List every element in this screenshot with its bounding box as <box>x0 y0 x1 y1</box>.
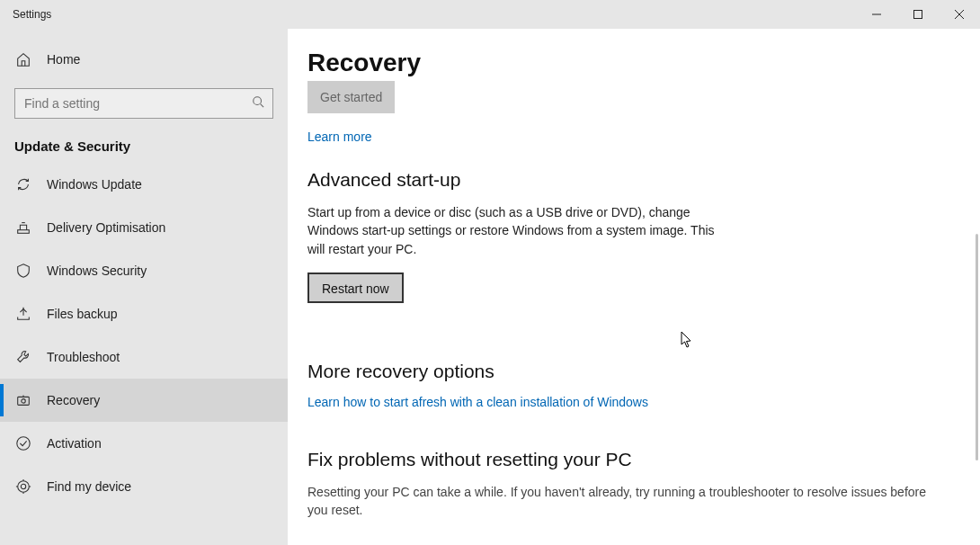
more-recovery-heading: More recovery options <box>307 361 980 382</box>
main-inner[interactable]: Recovery Get started Learn more Advanced… <box>288 29 980 545</box>
sidebar-item-label: Recovery <box>47 393 100 407</box>
settings-window: Settings Home <box>0 0 980 545</box>
get-started-button[interactable]: Get started <box>307 81 395 113</box>
fix-problems-section: Fix problems without resetting your PC R… <box>307 449 980 520</box>
nav-list: Windows UpdateDelivery OptimisationWindo… <box>0 163 288 508</box>
titlebar-buttons <box>856 0 980 29</box>
wrench-icon <box>14 348 32 366</box>
sidebar-item-label: Find my device <box>47 479 131 494</box>
sidebar-item-troubleshoot[interactable]: Troubleshoot <box>0 335 288 379</box>
scrollbar-thumb[interactable] <box>976 234 978 460</box>
body: Home Update & Security Windows UpdateDel… <box>0 29 980 545</box>
advanced-startup-heading: Advanced start-up <box>307 169 980 191</box>
sidebar-item-windows-update[interactable]: Windows Update <box>0 163 288 206</box>
svg-point-9 <box>17 437 30 450</box>
search-input[interactable] <box>14 88 273 119</box>
sidebar-home[interactable]: Home <box>0 38 288 81</box>
more-recovery-section: More recovery options Learn how to start… <box>307 361 980 409</box>
check-icon <box>14 434 32 452</box>
svg-point-8 <box>22 399 26 404</box>
minimize-button[interactable] <box>856 0 897 29</box>
home-icon <box>14 50 32 68</box>
sidebar-item-delivery-optimisation[interactable]: Delivery Optimisation <box>0 206 288 249</box>
maximize-icon <box>913 10 922 19</box>
delivery-icon <box>14 219 32 237</box>
svg-rect-6 <box>18 230 30 234</box>
close-icon <box>955 10 964 19</box>
shield-icon <box>14 262 32 280</box>
sidebar-item-recovery[interactable]: Recovery <box>0 379 288 422</box>
sidebar-item-label: Windows Update <box>47 177 142 192</box>
main: Recovery Get started Learn more Advanced… <box>288 29 980 545</box>
search-wrap <box>0 81 288 126</box>
recovery-icon <box>14 391 32 409</box>
svg-point-10 <box>21 484 25 488</box>
sidebar-item-activation[interactable]: Activation <box>0 422 288 465</box>
svg-point-11 <box>18 481 30 493</box>
close-button[interactable] <box>939 0 980 29</box>
svg-line-5 <box>261 104 264 108</box>
sync-icon <box>14 175 32 193</box>
sidebar-item-label: Delivery Optimisation <box>47 220 165 235</box>
sidebar-home-label: Home <box>47 52 80 67</box>
restart-now-button[interactable]: Restart now <box>307 272 404 303</box>
svg-rect-1 <box>914 11 922 19</box>
titlebar: Settings <box>0 0 980 29</box>
page-title: Recovery <box>307 49 980 77</box>
sidebar-item-label: Troubleshoot <box>47 350 120 364</box>
sidebar-item-label: Files backup <box>47 307 118 321</box>
sidebar-item-label: Activation <box>47 436 102 451</box>
sidebar-item-windows-security[interactable]: Windows Security <box>0 249 288 292</box>
window-title: Settings <box>13 8 51 21</box>
fix-problems-heading: Fix problems without resetting your PC <box>307 449 980 470</box>
advanced-startup-section: Advanced start-up Start up from a device… <box>307 169 980 339</box>
minimize-icon <box>872 10 881 19</box>
learn-more-link[interactable]: Learn more <box>307 130 980 144</box>
sidebar-category: Update & Security <box>0 126 288 163</box>
svg-point-4 <box>254 97 262 105</box>
sidebar-item-label: Windows Security <box>47 264 147 278</box>
sidebar-item-files-backup[interactable]: Files backup <box>0 292 288 335</box>
maximize-button[interactable] <box>897 0 939 29</box>
location-icon <box>14 478 32 496</box>
advanced-startup-text: Start up from a device or disc (such as … <box>307 203 721 258</box>
clean-install-link[interactable]: Learn how to start afresh with a clean i… <box>307 395 980 409</box>
fix-problems-text: Resetting your PC can take a while. If y… <box>307 483 937 520</box>
backup-icon <box>14 305 32 323</box>
search-icon <box>252 95 264 112</box>
sidebar: Home Update & Security Windows UpdateDel… <box>0 29 288 545</box>
sidebar-item-find-my-device[interactable]: Find my device <box>0 465 288 508</box>
svg-rect-7 <box>18 397 30 405</box>
